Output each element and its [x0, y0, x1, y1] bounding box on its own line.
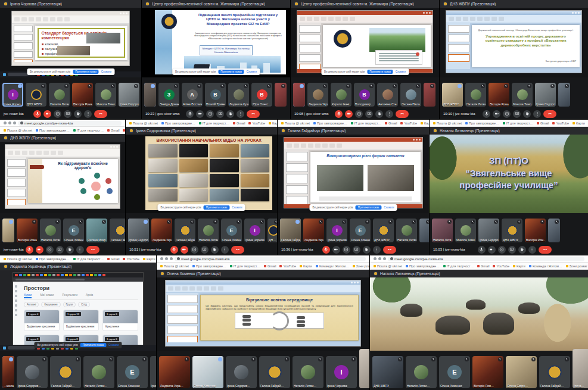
ribbon-group[interactable] — [308, 143, 313, 148]
participant-tile[interactable]: Вікторія Рома… — [489, 83, 509, 107]
window-button[interactable] — [423, 12, 425, 14]
bookmark-item[interactable]: Карти — [421, 121, 429, 125]
participant-tile[interactable] — [359, 349, 369, 388]
window-button[interactable] — [429, 12, 431, 14]
bookmark-item[interactable]: Gmail — [477, 264, 489, 268]
cam-button[interactable] — [488, 246, 496, 254]
window-button[interactable] — [354, 282, 356, 283]
hide-banner-button[interactable]: Сховати — [101, 70, 111, 73]
video-thumbnail[interactable] — [179, 174, 209, 187]
ribbon-group[interactable] — [189, 286, 195, 291]
hangup-button[interactable] — [383, 246, 396, 254]
ribbon-group[interactable] — [36, 151, 42, 155]
hide-banner-button[interactable]: Сховати — [384, 206, 394, 209]
participant-tile[interactable]: Ірина… — [573, 349, 588, 388]
participant-tile[interactable]: Ірина Сидоро… — [535, 83, 556, 107]
window-button[interactable] — [416, 139, 418, 141]
window-button[interactable] — [413, 139, 415, 141]
bookmark-item[interactable]: Gmail — [107, 257, 119, 261]
emoji-button[interactable] — [503, 110, 511, 118]
address-bar[interactable]: meet.google.com/jve-nxaw-kta — [18, 121, 122, 126]
slide-thumbnail[interactable] — [299, 44, 321, 52]
hide-banner-button[interactable]: Сховати — [247, 70, 257, 73]
video-thumbnail[interactable] — [148, 174, 178, 187]
participant-tile[interactable]: Наталія Литв… — [432, 219, 453, 242]
course-card[interactable]: 1 група 13Будівельне креслення — [63, 310, 99, 331]
participant-tile[interactable] — [2, 219, 14, 242]
window-button[interactable] — [113, 146, 115, 148]
rail-icon[interactable] — [15, 285, 17, 288]
hand-button[interactable] — [518, 246, 526, 254]
slide-thumbnail[interactable] — [448, 35, 469, 42]
bookmark-item[interactable]: Gmail — [537, 121, 549, 125]
participant-tile[interactable]: Вікторія Рома… — [17, 219, 38, 242]
rail-icon[interactable] — [15, 295, 17, 297]
slide-thumbnail[interactable] — [167, 336, 198, 342]
video-thumbnail[interactable] — [179, 189, 209, 202]
ribbon-group[interactable] — [294, 143, 299, 148]
slide-thumbnail[interactable] — [14, 51, 33, 58]
participant-tile[interactable]: ААліна Воспале… — [182, 83, 203, 107]
participant-tile[interactable] — [419, 219, 429, 242]
slide-thumbnail[interactable] — [167, 295, 198, 303]
participant-tile[interactable]: Оксана Пала… — [400, 83, 421, 107]
more-button[interactable] — [533, 110, 541, 118]
cam-button[interactable] — [43, 110, 51, 118]
hide-banner-button[interactable]: Сховати — [108, 344, 119, 347]
ribbon-group[interactable] — [218, 286, 223, 291]
mic-button[interactable] — [478, 246, 486, 254]
participant-tile[interactable]: Ірина Сидоро… — [478, 219, 499, 242]
participant-tile[interactable]: ІІрина Чорнова — [326, 356, 357, 388]
participant-tile[interactable]: Людмила Укра… — [159, 356, 190, 388]
cam-button[interactable] — [196, 110, 204, 118]
video-thumbnail[interactable] — [148, 189, 178, 202]
participant-tile[interactable]: Людмила Укра… — [307, 83, 328, 107]
filter-chip[interactable]: Слід — [78, 302, 90, 307]
ribbon-group[interactable] — [57, 17, 63, 21]
slide-thumbnail[interactable] — [14, 34, 33, 40]
ribbon-group[interactable] — [343, 17, 348, 21]
ribbon-group[interactable] — [301, 143, 306, 148]
bookmark-item[interactable]: ІТ для творчост… — [73, 129, 104, 132]
slide-thumbnail[interactable] — [167, 326, 198, 334]
participant-tile[interactable]: Вікторія Ром… — [525, 219, 546, 242]
rail-icon[interactable] — [15, 309, 17, 311]
bookmark-item[interactable]: Gmail — [233, 121, 245, 125]
ribbon-group[interactable] — [314, 17, 319, 21]
participant-tile[interactable]: ІІрина Чорно… — [2, 83, 23, 107]
mic-button[interactable] — [335, 110, 343, 118]
slide-thumbnail[interactable] — [7, 159, 26, 167]
rail-icon[interactable] — [15, 314, 17, 316]
rail-icon[interactable] — [15, 290, 17, 292]
video-thumbnail[interactable] — [241, 189, 270, 202]
slide-thumbnails[interactable] — [446, 23, 470, 69]
bookmark-item[interactable]: Пошта @ ukr.net — [4, 129, 32, 132]
more-button[interactable] — [84, 110, 92, 118]
address-bar[interactable]: meet.google.com/jve-nxaw-kta — [388, 257, 584, 261]
more-button[interactable] — [76, 246, 84, 254]
stop-presenting-button[interactable]: Припинити показ — [204, 205, 230, 210]
hangup-button[interactable] — [86, 246, 99, 254]
ribbon-group[interactable] — [51, 151, 56, 155]
ribbon-group[interactable] — [328, 17, 334, 21]
hand-button[interactable] — [226, 110, 234, 118]
ribbon-group[interactable] — [64, 17, 70, 21]
window-button[interactable] — [116, 146, 118, 148]
participant-tile[interactable]: Ірина Сидоро… — [119, 83, 139, 107]
ribbon-group[interactable] — [322, 143, 328, 148]
participant-tile[interactable]: Вікторія Ром… — [472, 356, 503, 388]
bookmark-item[interactable]: Пошта @ ukr.net — [4, 257, 32, 261]
bookmark-item[interactable]: Про завпровадже… — [36, 257, 70, 261]
participant-tile[interactable]: Наталія Литви… — [396, 219, 417, 242]
bookmark-item[interactable]: YouTube — [400, 121, 417, 125]
slide-thumbnails[interactable] — [284, 150, 309, 204]
participant-tile[interactable]: ІІрина Чорнова — [150, 356, 156, 388]
ribbon-group[interactable] — [463, 17, 468, 21]
ribbon-group[interactable] — [21, 17, 27, 21]
participant-tile[interactable]: ДНЗ ЖВПУ — [373, 219, 394, 242]
emoji-button[interactable] — [46, 246, 54, 254]
nav-button[interactable] — [374, 257, 377, 260]
ribbon-group[interactable] — [36, 17, 41, 21]
video-thumbnail[interactable] — [241, 159, 270, 172]
bookmark-item[interactable]: Про завпровадже… — [192, 264, 226, 268]
